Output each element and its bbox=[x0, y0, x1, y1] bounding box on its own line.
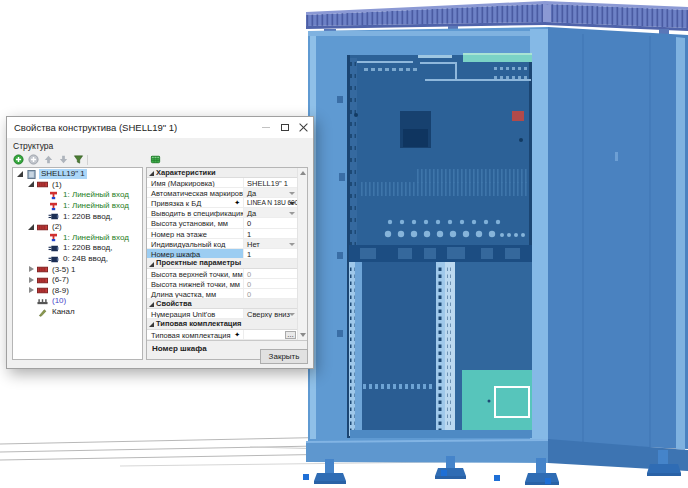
property-value[interactable]: SHELL19" 1 bbox=[244, 178, 298, 187]
tree-item[interactable]: 1: 220В ввод, bbox=[13, 243, 142, 254]
channel-icon bbox=[37, 308, 48, 317]
properties-dialog: Свойства конструктива (SHELL19" 1) Струк… bbox=[6, 116, 314, 369]
tree-item[interactable]: (3-5) 1 bbox=[13, 264, 142, 275]
property-value[interactable]: 0 bbox=[244, 289, 298, 298]
property-value-text: 0 bbox=[247, 280, 251, 288]
add-item-button[interactable] bbox=[12, 154, 24, 166]
property-label: Длина участка, мм bbox=[147, 289, 244, 298]
property-row[interactable]: Типовая комплектация✦… bbox=[147, 330, 307, 340]
tree-item[interactable]: 1: Линейный вход bbox=[13, 201, 142, 212]
tree-expander-icon[interactable] bbox=[16, 170, 25, 179]
arrow-up-icon bbox=[43, 154, 54, 165]
property-row[interactable]: Номер шкафа1 bbox=[147, 249, 307, 259]
din-rail-icon bbox=[37, 297, 48, 306]
property-value[interactable]: Да bbox=[244, 188, 298, 197]
property-section-header[interactable]: Проектные параметры bbox=[147, 259, 307, 269]
property-row[interactable]: Высота нижней точки, мм0 bbox=[147, 279, 307, 289]
property-value[interactable]: 1 bbox=[244, 229, 298, 238]
combo-arrow-icon[interactable] bbox=[289, 192, 295, 195]
io-panel-icon bbox=[37, 180, 48, 189]
property-section-header[interactable]: Свойства bbox=[147, 299, 307, 309]
property-label: Нумерация Unit'ов bbox=[147, 309, 244, 318]
tree-expander-icon[interactable] bbox=[27, 223, 36, 232]
property-grid[interactable]: ХарактеристикиИмя (Маркировка)SHELL19" 1… bbox=[147, 168, 307, 340]
add-subitem-button[interactable] bbox=[27, 154, 39, 166]
scroll-up-icon[interactable] bbox=[300, 171, 306, 175]
property-value[interactable]: 0 bbox=[244, 218, 298, 227]
tree-item[interactable]: (2) bbox=[13, 222, 142, 233]
section-expander-icon[interactable] bbox=[147, 319, 156, 328]
tree-item[interactable]: (6-7) bbox=[13, 275, 142, 286]
maximize-button[interactable] bbox=[275, 117, 294, 138]
grid-scrollbar[interactable] bbox=[297, 168, 307, 340]
filter-button[interactable] bbox=[72, 154, 84, 166]
tree-expander-spacer bbox=[38, 255, 47, 264]
tree-expander-spacer bbox=[38, 212, 47, 221]
property-panel: ХарактеристикиИмя (Маркировка)SHELL19" 1… bbox=[146, 167, 308, 360]
selection-grip bbox=[303, 474, 309, 480]
tree-item-label: 1: 220В ввод, bbox=[61, 212, 114, 222]
property-value[interactable]: LINEA N 18U 600x60 bbox=[244, 198, 298, 207]
io-panel-icon bbox=[37, 286, 48, 295]
scroll-down-icon[interactable] bbox=[300, 333, 306, 337]
dialog-titlebar[interactable]: Свойства конструктива (SHELL19" 1) bbox=[7, 117, 313, 138]
property-row[interactable]: Привязка к БД✦LINEA N 18U 600x60 bbox=[147, 198, 307, 208]
move-up-button[interactable] bbox=[42, 154, 54, 166]
combo-arrow-icon[interactable] bbox=[289, 202, 295, 205]
tree-item[interactable]: Канал bbox=[13, 307, 142, 318]
property-value[interactable]: … bbox=[244, 330, 298, 339]
move-down-button[interactable] bbox=[57, 154, 69, 166]
property-value[interactable]: 0 bbox=[244, 269, 298, 278]
tree-item-label: 1: 220В ввод, bbox=[61, 243, 114, 253]
property-row[interactable]: Выводить в спецификациюДа bbox=[147, 208, 307, 218]
property-row[interactable]: Автоматическая маркировкаДа bbox=[147, 188, 307, 198]
property-value[interactable]: 0 bbox=[244, 279, 298, 288]
property-label: Высота установки, мм bbox=[147, 218, 244, 227]
combo-arrow-icon[interactable] bbox=[289, 212, 295, 215]
db-link-icon: ✦ bbox=[234, 330, 240, 339]
close-button[interactable] bbox=[294, 117, 313, 138]
tree-item-label: 0: 24В ввод, bbox=[61, 254, 110, 264]
property-value[interactable]: Нет bbox=[244, 239, 298, 248]
section-expander-icon[interactable] bbox=[147, 168, 156, 177]
property-row[interactable]: Индивидуальный кодНет bbox=[147, 239, 307, 249]
tree-item[interactable]: (1) bbox=[13, 180, 142, 191]
property-value[interactable]: 1 bbox=[244, 249, 298, 258]
tree-item[interactable]: 1: 220В ввод, bbox=[13, 211, 142, 222]
maximize-icon bbox=[281, 124, 289, 131]
tree-expander-spacer bbox=[38, 202, 47, 211]
browse-button[interactable]: … bbox=[285, 331, 296, 339]
rack-cabinet[interactable] bbox=[306, 1, 688, 485]
combo-arrow-icon[interactable] bbox=[289, 313, 295, 316]
property-row[interactable]: Длина участка, мм0 bbox=[147, 289, 307, 299]
property-section-header[interactable]: Типовая комплектация bbox=[147, 319, 307, 329]
db-link-icon: ✦ bbox=[234, 198, 240, 207]
structure-tree[interactable]: SHELL19" 1(1)1: Линейный вход1: Линейный… bbox=[12, 167, 143, 360]
property-value[interactable]: Да bbox=[244, 208, 298, 217]
tree-item[interactable]: (10) bbox=[13, 296, 142, 307]
tree-expander-icon[interactable] bbox=[27, 276, 36, 285]
tree-expander-spacer bbox=[38, 244, 47, 253]
property-row[interactable]: Высота установки, мм0 bbox=[147, 218, 307, 228]
tree-item[interactable]: SHELL19" 1 bbox=[13, 169, 142, 180]
tree-expander-icon[interactable] bbox=[27, 265, 36, 274]
minimize-button[interactable] bbox=[256, 117, 275, 138]
tree-item[interactable]: (8-9) bbox=[13, 286, 142, 297]
tree-expander-icon[interactable] bbox=[27, 286, 36, 295]
property-row[interactable]: Высота верхней точки, мм0 bbox=[147, 269, 307, 279]
section-expander-icon[interactable] bbox=[147, 299, 156, 308]
property-row[interactable]: Имя (Маркировка)SHELL19" 1 bbox=[147, 178, 307, 188]
property-row[interactable]: Номер на этаже1 bbox=[147, 229, 307, 239]
tree-item[interactable]: 1: Линейный вход bbox=[13, 190, 142, 201]
tree-item[interactable]: 1: Линейный вход bbox=[13, 233, 142, 244]
dialog-close-button[interactable]: Закрыть bbox=[260, 349, 308, 364]
property-section-header[interactable]: Характеристики bbox=[147, 168, 307, 178]
tree-expander-icon[interactable] bbox=[27, 180, 36, 189]
property-value[interactable]: Сверху вниз bbox=[244, 309, 298, 318]
tree-item-label: (1) bbox=[50, 180, 64, 190]
property-row[interactable]: Нумерация Unit'овСверху вниз bbox=[147, 309, 307, 319]
tree-item[interactable]: 0: 24В ввод, bbox=[13, 254, 142, 265]
section-expander-icon[interactable] bbox=[147, 259, 156, 268]
db-table-button[interactable] bbox=[149, 154, 161, 166]
combo-arrow-icon[interactable] bbox=[289, 243, 295, 246]
